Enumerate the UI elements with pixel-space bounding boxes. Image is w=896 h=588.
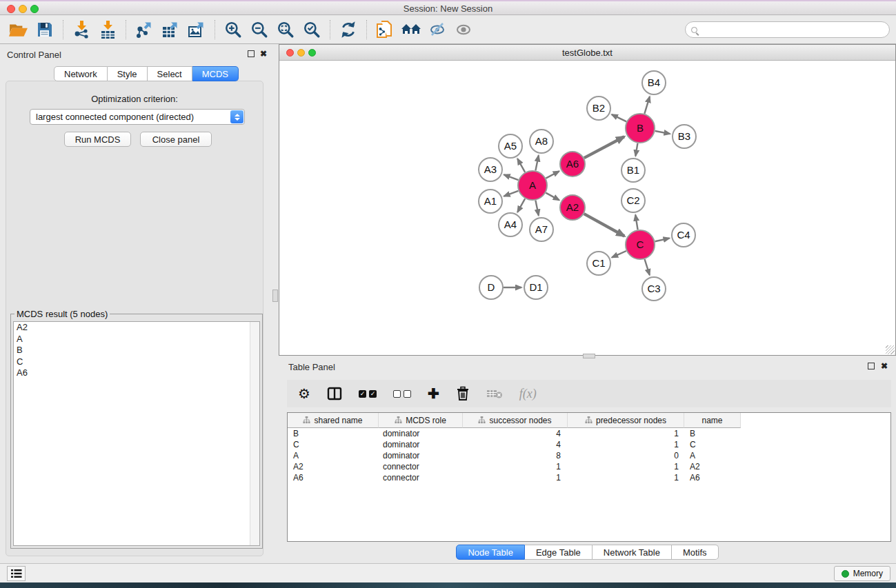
tab-mcds[interactable]: MCDS	[192, 66, 239, 81]
table-row[interactable]: Bdominator41B	[288, 428, 890, 439]
zoom-in-icon[interactable]	[221, 19, 245, 41]
graph-edge-A-A2[interactable]	[546, 193, 559, 201]
graph-edge-A6-B[interactable]	[584, 136, 624, 158]
tab-motifs[interactable]: Motifs	[672, 545, 719, 560]
graph-node-label: A6	[566, 158, 579, 170]
tab-style[interactable]: Style	[108, 66, 148, 81]
table-cell: A2	[684, 462, 741, 472]
graph-edge-A-A8[interactable]	[535, 156, 538, 171]
show-all-views-icon[interactable]	[399, 19, 423, 41]
attribute-tree-icon	[303, 416, 310, 424]
graph-node-label: B2	[593, 102, 605, 114]
import-table-icon[interactable]	[96, 19, 119, 41]
column-header-successor-nodes[interactable]: successor nodes	[463, 413, 568, 428]
open-file-icon[interactable]	[7, 19, 30, 41]
hide-annotations-icon[interactable]	[426, 19, 449, 41]
export-image-icon[interactable]	[185, 19, 208, 41]
import-network-icon[interactable]	[70, 19, 93, 41]
table-toolbar: ⚙ ✓✓ ✚ f(x)	[287, 380, 891, 407]
table-cell: A	[684, 451, 741, 460]
function-builder-icon: f(x)	[519, 387, 537, 401]
tab-node-table[interactable]: Node Table	[456, 545, 525, 560]
search-input[interactable]	[685, 21, 890, 38]
memory-button[interactable]: Memory	[834, 566, 890, 581]
network-canvas[interactable]: B4B2BB3A5A8A6A3AB1A1A2C2A4A7C4CC1DD1C3	[279, 61, 895, 355]
refresh-icon[interactable]	[337, 19, 360, 41]
table-row[interactable]: Adominator80A	[288, 450, 890, 461]
tab-network-table[interactable]: Network Table	[593, 545, 672, 560]
graph-node-label: C1	[592, 257, 605, 269]
control-panel-title: Control Panel	[7, 50, 61, 60]
window-resize-grip[interactable]	[886, 345, 895, 354]
graph-edge-A-A4[interactable]	[517, 199, 525, 212]
close-panel-button[interactable]: Close panel	[140, 132, 212, 147]
graph-node-label: A1	[484, 195, 497, 207]
graph-edge-C-C4[interactable]	[655, 239, 669, 242]
main-toolbar	[0, 16, 896, 44]
column-header-name[interactable]: name	[684, 413, 741, 428]
graph-edge-B-B3[interactable]	[655, 131, 670, 134]
table-cell: 0	[568, 451, 684, 460]
graph-edge-A2-C[interactable]	[584, 214, 625, 236]
export-table-icon[interactable]	[159, 19, 182, 41]
column-header-MCDS-role[interactable]: MCDS role	[379, 413, 463, 428]
tab-edge-table[interactable]: Edge Table	[525, 545, 593, 560]
select-all-columns-icon[interactable]: ✓✓	[359, 390, 377, 398]
network-window-titlebar[interactable]: testGlobe.txt	[279, 45, 895, 61]
float-panel-icon[interactable]	[868, 363, 875, 369]
graph-edge-C-C1[interactable]	[612, 251, 626, 257]
save-session-icon[interactable]	[33, 19, 57, 41]
tab-select[interactable]: Select	[148, 66, 192, 81]
vertical-splitter-handle[interactable]	[272, 290, 278, 302]
table-row[interactable]: Cdominator41C	[288, 439, 890, 450]
graph-edge-B-B4[interactable]	[644, 97, 650, 114]
memory-label: Memory	[853, 569, 883, 578]
mcds-result-item[interactable]: B	[14, 345, 259, 356]
table-settings-icon[interactable]: ⚙	[298, 387, 310, 401]
export-network-icon[interactable]	[132, 19, 156, 41]
zoom-fit-icon[interactable]	[274, 19, 297, 41]
delete-column-icon[interactable]	[456, 386, 470, 401]
table-cell: dominator	[379, 440, 463, 449]
graph-edge-A-A7[interactable]	[535, 201, 538, 216]
mcds-result-item[interactable]: A	[14, 334, 259, 345]
table-row[interactable]: A2connector11A2	[288, 461, 890, 472]
table-header-row: shared nameMCDS rolesuccessor nodesprede…	[288, 413, 890, 428]
zoom-selected-icon[interactable]	[300, 19, 323, 41]
table-cell: 1	[568, 440, 684, 449]
tab-network[interactable]: Network	[54, 66, 108, 81]
graph-edge-B-B2[interactable]	[612, 114, 626, 121]
float-panel-icon[interactable]	[248, 50, 255, 57]
graph-edge-A-A6[interactable]	[546, 171, 559, 178]
zoom-out-icon[interactable]	[248, 19, 271, 41]
show-columns-icon[interactable]	[327, 386, 342, 401]
mcds-result-item[interactable]: A6	[14, 367, 259, 379]
graph-edge-B-B1[interactable]	[635, 143, 637, 156]
column-header-shared-name[interactable]: shared name	[288, 413, 379, 428]
table-type-tabs: Node Table Edge Table Network Table Moti…	[279, 545, 896, 560]
task-history-button[interactable]	[7, 566, 26, 581]
run-mcds-button[interactable]: Run MCDS	[64, 132, 131, 147]
close-panel-icon[interactable]: ✖	[260, 50, 267, 57]
graph-edge-A-A3[interactable]	[504, 174, 519, 180]
attribute-tree-icon	[478, 416, 486, 424]
column-header-predecessor-nodes[interactable]: predecessor nodes	[568, 413, 684, 428]
graph-node-label: C4	[677, 229, 690, 241]
show-annotations-icon[interactable]	[452, 19, 475, 41]
graph-edge-C-C3[interactable]	[645, 259, 650, 275]
graph-edge-A-A1[interactable]	[504, 191, 519, 196]
mcds-result-item[interactable]: C	[14, 356, 259, 368]
create-column-icon[interactable]: ✚	[428, 387, 439, 401]
mcds-result-item[interactable]: A2	[14, 322, 259, 334]
graph-edge-A-A5[interactable]	[517, 159, 525, 172]
close-panel-icon[interactable]: ✖	[881, 363, 888, 369]
clone-network-icon[interactable]	[373, 19, 397, 41]
criterion-select[interactable]: largest connected component (directed)	[30, 109, 245, 125]
unselect-all-columns-icon[interactable]	[393, 390, 411, 398]
table-row[interactable]: A6connector11A6	[288, 472, 890, 483]
mcds-result-list[interactable]: A2ABCA6	[13, 321, 260, 546]
graph-edge-C-C2[interactable]	[635, 215, 637, 230]
mcds-result-group: MCDS result (5 nodes) A2ABCA6	[10, 309, 263, 549]
delete-table-icon	[486, 388, 503, 399]
list-scrollbar[interactable]	[250, 322, 259, 545]
